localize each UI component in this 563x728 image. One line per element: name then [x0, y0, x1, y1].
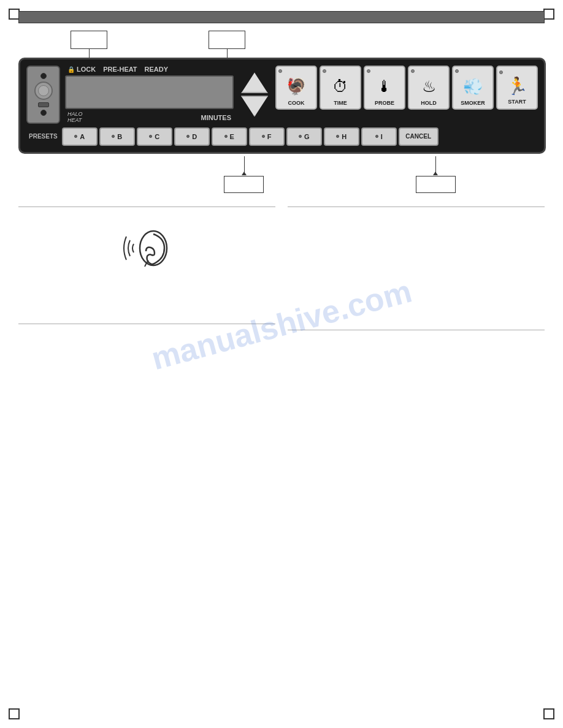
start-btn-indicator — [499, 70, 503, 74]
start-button[interactable]: 🏃 START — [496, 66, 538, 110]
power-knob[interactable] — [34, 82, 53, 100]
presets-row: PRESETS A B C D E F — [26, 127, 538, 146]
preset-e-label: E — [230, 133, 234, 140]
cook-label: COOK — [288, 100, 305, 106]
preset-d-label: D — [192, 133, 197, 140]
cook-btn-indicator — [278, 69, 282, 73]
annotation-box-h — [416, 176, 456, 193]
left-column — [18, 199, 275, 336]
hold-icon: ♨ — [422, 78, 436, 94]
arrow-up-button[interactable] — [241, 72, 268, 93]
preset-f-dot — [262, 135, 265, 138]
right-column — [288, 199, 545, 343]
probe-btn-indicator — [367, 69, 370, 73]
smoker-label: SMOKER — [461, 100, 485, 106]
lock-status: 🔒 LOCK — [67, 66, 96, 73]
time-button[interactable]: ⏱ TIME — [320, 66, 361, 110]
preset-f-label: F — [267, 133, 272, 140]
arrowhead-h — [433, 172, 438, 175]
control-panel: 🔒 LOCK PRE-HEAT READY HALO HEAT — [18, 58, 546, 154]
smoker-button[interactable]: 💨 SMOKER — [452, 66, 494, 110]
preset-g-button[interactable]: G — [286, 127, 322, 146]
cook-icon: 🦃 — [286, 78, 306, 94]
left-bottom-divider — [18, 324, 275, 324]
annotation-box-lock — [71, 31, 107, 49]
heat-label: HEAT — [67, 118, 83, 124]
display-area: 🔒 LOCK PRE-HEAT READY HALO HEAT — [65, 66, 234, 124]
display-screen — [65, 75, 234, 109]
arrow-line-d — [244, 156, 245, 173]
minutes-label: MINUTES — [201, 114, 232, 121]
ready-status: READY — [145, 66, 169, 73]
preset-b-dot — [112, 135, 115, 138]
corner-decoration-tr — [543, 9, 554, 20]
probe-button[interactable]: 🌡 PROBE — [364, 66, 405, 110]
hold-btn-indicator — [411, 69, 415, 73]
preheat-status: PRE-HEAT — [103, 66, 137, 73]
ready-label: READY — [145, 66, 169, 73]
right-middle-divider — [288, 330, 545, 330]
smoker-btn-indicator — [455, 69, 459, 73]
panel-top-row: 🔒 LOCK PRE-HEAT READY HALO HEAT — [26, 66, 538, 124]
preset-a-dot — [74, 135, 77, 138]
smoker-icon: 💨 — [463, 78, 483, 94]
preset-h-button[interactable]: H — [324, 127, 359, 146]
preset-i-button[interactable]: I — [361, 127, 397, 146]
minutes-row: HALO HEAT MINUTES — [65, 112, 234, 124]
right-text-block — [288, 214, 545, 219]
preset-b-button[interactable]: B — [99, 127, 135, 146]
arrowhead-d — [242, 172, 247, 175]
preset-g-label: G — [304, 133, 310, 140]
power-knob-inner — [38, 85, 49, 96]
hold-button[interactable]: ♨ HOLD — [408, 66, 450, 110]
preset-d-dot — [186, 135, 190, 138]
main-content: 🔒 LOCK PRE-HEAT READY HALO HEAT — [18, 31, 545, 343]
probe-label: PROBE — [375, 100, 394, 106]
time-label: TIME — [334, 100, 347, 106]
annotation-area-bottom — [18, 156, 545, 193]
ear-section — [18, 214, 275, 282]
preheat-label: PRE-HEAT — [103, 66, 137, 73]
preset-g-dot — [299, 135, 302, 138]
cook-buttons-row: 🦃 COOK ⏱ TIME 🌡 PROBE ♨ HOLD — [275, 66, 538, 124]
power-switch[interactable] — [26, 66, 60, 124]
preset-d-button[interactable]: D — [174, 127, 210, 146]
cancel-button[interactable]: CANCEL — [399, 127, 439, 146]
status-row: 🔒 LOCK PRE-HEAT READY — [65, 66, 234, 73]
left-text-block — [18, 282, 275, 287]
arrow-down-button[interactable] — [241, 96, 268, 116]
preset-e-button[interactable]: E — [212, 127, 247, 146]
preset-h-dot — [336, 135, 339, 138]
time-icon: ⏱ — [332, 78, 348, 94]
corner-decoration-bl — [9, 708, 20, 719]
top-bar-decoration — [18, 11, 545, 23]
corner-decoration-br — [543, 708, 554, 719]
left-top-divider — [18, 207, 275, 207]
ear-icon — [123, 227, 172, 270]
preset-f-button[interactable]: F — [249, 127, 285, 146]
preset-c-label: C — [155, 133, 159, 140]
presets-label: PRESETS — [26, 133, 60, 140]
power-slot — [38, 102, 49, 107]
preset-e-dot — [224, 135, 228, 138]
annotation-area-top — [18, 31, 545, 55]
arrow-controls — [239, 66, 270, 124]
preset-b-label: B — [117, 133, 122, 140]
power-indicator-top — [40, 73, 47, 79]
preset-c-dot — [149, 135, 152, 138]
preset-a-button[interactable]: A — [62, 127, 98, 146]
preset-i-label: I — [381, 133, 383, 140]
preset-c-button[interactable]: C — [137, 127, 172, 146]
cook-button[interactable]: 🦃 COOK — [275, 66, 317, 110]
preset-i-dot — [375, 135, 378, 138]
content-section — [18, 199, 545, 343]
power-indicator-bottom — [40, 110, 47, 116]
annotation-box-ready — [209, 31, 245, 49]
lock-icon: 🔒 — [67, 66, 75, 73]
annotation-box-d — [224, 176, 264, 193]
time-btn-indicator — [323, 69, 326, 73]
left-text-block-2 — [18, 332, 275, 336]
arrow-line-h — [435, 156, 436, 173]
probe-icon: 🌡 — [377, 78, 393, 94]
halo-heat-label: HALO HEAT — [67, 112, 83, 124]
